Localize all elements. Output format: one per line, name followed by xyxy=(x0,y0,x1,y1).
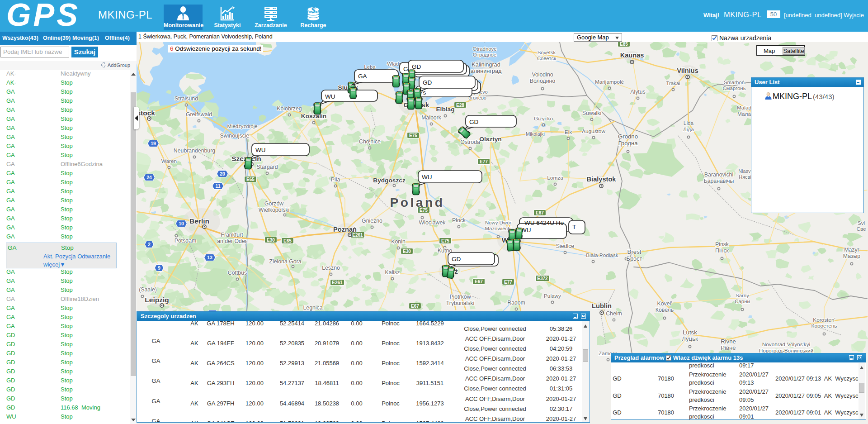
svg-text:Chelm: Chelm xyxy=(606,310,622,317)
svg-text:Mazowiecki: Mazowiecki xyxy=(485,226,512,231)
svg-text:Mikolajki: Mikolajki xyxy=(526,131,545,137)
svg-text:Grodno: Grodno xyxy=(618,133,638,140)
svg-text:11: 11 xyxy=(215,183,220,189)
svg-text:Stargard: Stargard xyxy=(256,164,278,170)
svg-text:Pila: Pila xyxy=(331,176,340,183)
svg-text:Elblag: Elblag xyxy=(436,106,454,113)
svg-text:E67: E67 xyxy=(475,279,483,284)
svg-text:E75: E75 xyxy=(441,238,449,243)
svg-text:Sarny: Sarny xyxy=(736,293,749,298)
svg-text:E77: E77 xyxy=(480,159,488,164)
svg-text:GD: GD xyxy=(452,256,461,262)
svg-text:T: T xyxy=(572,224,576,230)
svg-text:19: 19 xyxy=(151,141,156,146)
svg-text:Suwalki: Suwalki xyxy=(582,110,601,116)
svg-text:Biala Podlask: Biala Podlask xyxy=(586,252,618,258)
svg-text:WU 6424U Ho: WU 6424U Ho xyxy=(524,219,564,226)
svg-text:E85: E85 xyxy=(620,42,628,47)
svg-text:E261: E261 xyxy=(332,280,343,285)
svg-text:Bydgoszcz: Bydgoszcz xyxy=(373,177,406,184)
svg-text:Lida: Lida xyxy=(684,120,694,126)
svg-text:E67: E67 xyxy=(411,304,419,309)
svg-text:GA: GA xyxy=(358,73,367,80)
svg-text:Koszalin: Koszalin xyxy=(301,113,326,119)
svg-text:E65: E65 xyxy=(246,177,255,182)
svg-text:Wielkopolski: Wielkopolski xyxy=(259,207,289,213)
svg-text:E67: E67 xyxy=(536,210,544,215)
svg-text:Trybunalski: Trybunalski xyxy=(446,300,474,306)
svg-text:Elk: Elk xyxy=(565,129,572,135)
svg-text:E261: E261 xyxy=(352,233,363,238)
svg-text:Zielona Gora: Zielona Gora xyxy=(269,258,301,265)
svg-text:Leba: Leba xyxy=(364,64,376,70)
svg-text:Korosten': Korosten' xyxy=(813,317,835,323)
svg-text:Луцьк: Луцьк xyxy=(682,335,698,342)
svg-text:алининград: алининград xyxy=(471,68,502,74)
svg-text:Novohrad-Volyns'kyi: Novohrad-Volyns'kyi xyxy=(762,341,811,348)
svg-text:$: $ xyxy=(311,6,316,14)
svg-text:Brest: Brest xyxy=(627,248,642,255)
svg-text:Lublin: Lublin xyxy=(592,302,612,310)
svg-text:Pulawy: Pulawy xyxy=(544,293,561,299)
svg-text:Гродна: Гродна xyxy=(618,140,638,147)
svg-text:Kolobrzeg: Kolobrzeg xyxy=(277,105,302,112)
svg-text:Брэст: Брэст xyxy=(626,255,642,262)
svg-text:Poland: Poland xyxy=(390,195,445,210)
svg-text:Greifswald: Greifswald xyxy=(186,111,212,118)
svg-text:Chojnice: Chojnice xyxy=(359,138,381,145)
svg-text:WU: WU xyxy=(325,93,335,100)
svg-text:GD: GD xyxy=(412,63,421,70)
svg-text:Sovetsk: Sovetsk xyxy=(538,50,556,55)
svg-text:Lomza: Lomza xyxy=(547,175,563,181)
svg-text:Мазыр: Мазыр xyxy=(843,253,861,259)
svg-text:Пінск: Пінск xyxy=(715,248,729,254)
svg-text:Niasvi: Niasvi xyxy=(738,168,752,174)
svg-text:Мала: Мала xyxy=(737,111,751,117)
svg-text:Berlin: Berlin xyxy=(189,217,209,225)
svg-text:Leipzig: Leipzig xyxy=(145,296,169,304)
svg-text:Konin: Konin xyxy=(391,238,406,245)
svg-text:Рівне: Рівне xyxy=(721,344,736,351)
svg-text:Pinsk: Pinsk xyxy=(715,241,729,248)
svg-text:Stralsund: Stralsund xyxy=(175,95,198,102)
svg-text:24: 24 xyxy=(146,175,152,180)
svg-text:Neubrandenburg: Neubrandenburg xyxy=(174,148,215,154)
svg-text:Malbork: Malbork xyxy=(421,114,442,121)
svg-text:Kaliningrad: Kaliningrad xyxy=(472,62,500,68)
svg-text:GD: GD xyxy=(423,79,432,86)
svg-text:Ostroda: Ostroda xyxy=(460,139,480,145)
svg-text:Svi: Svi xyxy=(858,220,865,226)
svg-text:E372: E372 xyxy=(537,276,548,281)
svg-text:Augustow: Augustow xyxy=(582,128,605,134)
svg-text:13: 13 xyxy=(207,255,212,260)
svg-text:Otradnoye: Otradnoye xyxy=(472,46,496,52)
svg-text:Trakai: Trakai xyxy=(666,81,680,86)
svg-text:Piotrków: Piotrków xyxy=(449,294,471,300)
svg-text:Све: Све xyxy=(856,226,866,232)
svg-text:Kalisz: Kalisz xyxy=(385,269,400,276)
svg-text:Mazyr: Mazyr xyxy=(844,247,859,253)
svg-text:Lutsk: Lutsk xyxy=(683,329,697,336)
svg-text:Отрадное: Отрадное xyxy=(473,52,496,57)
svg-text:ostock: ostock xyxy=(137,109,155,117)
svg-text:2: 2 xyxy=(148,242,151,247)
svg-text:Waren: Waren xyxy=(161,158,177,164)
svg-text:E77: E77 xyxy=(504,280,512,285)
svg-text:WU: WU xyxy=(422,174,432,181)
svg-text:E28: E28 xyxy=(456,103,464,108)
svg-text:Legnica: Legnica xyxy=(303,305,322,311)
svg-text:Советск: Советск xyxy=(537,56,557,61)
svg-text:an der Oder: an der Oder xyxy=(217,238,247,244)
svg-text:Potsdam: Potsdam xyxy=(175,238,197,244)
svg-text:9: 9 xyxy=(158,265,160,271)
svg-text:Vilnius: Vilnius xyxy=(677,67,698,74)
svg-text:Володино: Володино xyxy=(530,78,555,84)
svg-text:Marijampolė: Marijampolė xyxy=(595,79,624,85)
svg-text:Kaunas: Kaunas xyxy=(620,52,644,59)
svg-text:Miedzyzdroje: Miedzyzdroje xyxy=(227,124,257,129)
svg-text:Bialystok: Bialystok xyxy=(587,176,617,183)
svg-text:Ковель: Ковель xyxy=(656,307,674,313)
svg-text:Swinoujscie: Swinoujscie xyxy=(220,133,250,139)
svg-text:20: 20 xyxy=(220,171,225,176)
svg-text:ź: ź xyxy=(454,267,458,275)
